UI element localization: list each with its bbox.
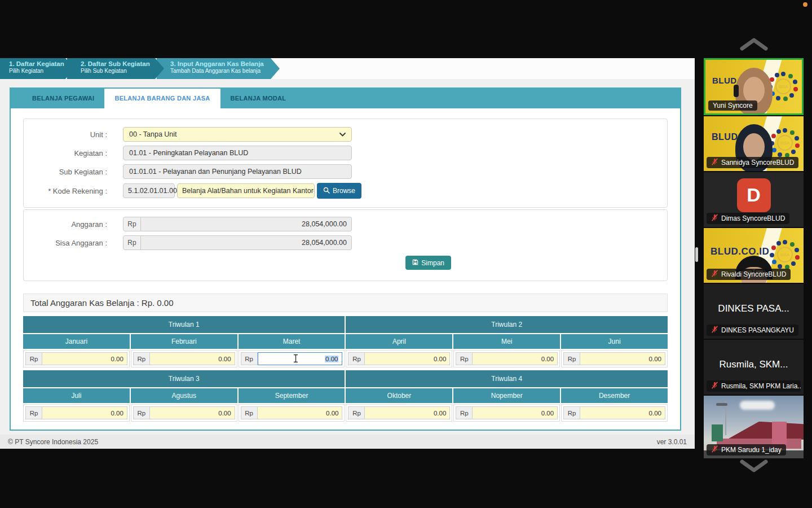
currency-addon: Rp [456, 352, 473, 365]
mic-muted-icon [711, 270, 718, 279]
participant-name-label: Yuni Syncore [708, 100, 757, 111]
currency-addon: Rp [563, 406, 580, 419]
currency-addon: Rp [133, 406, 150, 419]
sub-kegiatan-row: Sub Kegiatan : 01.01.01 - Pelayanan dan … [24, 164, 667, 179]
tab-belanja-pegawai[interactable]: BELANJA PEGAWAI [22, 89, 104, 108]
month-header: Februari [131, 334, 237, 349]
kode-rekening-name-field[interactable]: Belanja Alat/Bahan untuk Kegiatan Kantor… [177, 183, 315, 198]
month-header: September [239, 388, 345, 403]
currency-addon: Rp [456, 406, 473, 419]
scroll-participants-down-button[interactable] [739, 458, 769, 476]
month-input-cell-oktober: Rp 0.00 [346, 404, 452, 422]
month-header: Desember [561, 388, 668, 403]
month-input-cell-maret: Rp 0.00 [239, 350, 345, 367]
form-fields-box: Unit : 00 - Tanpa Unit Kegiatan : 01.01 … [23, 119, 668, 208]
month-input-cell-desember: Rp 0.00 [561, 404, 668, 422]
month-input-cell-agustus: Rp 0.00 [131, 404, 237, 422]
participant-name-label: DINKES PASANGKAYU [707, 325, 798, 336]
month-input-cell-januari: Rp 0.00 [23, 350, 130, 367]
text-cursor-icon [293, 354, 298, 364]
participant-tile-yuni[interactable]: BLUD BISA Yuni Syncore [704, 58, 804, 115]
month-amount-input-desember[interactable]: 0.00 [580, 406, 665, 419]
scrollbar-thumb[interactable] [695, 247, 698, 262]
participant-name: PKM Sarudu 1_iday [721, 446, 782, 454]
month-amount-input-mei[interactable]: 0.00 [473, 352, 558, 365]
svg-text:BISA: BISA [780, 141, 789, 145]
browse-button[interactable]: Browse [317, 183, 361, 199]
tab-belanja-barang-dan-jasa[interactable]: BELANJA BARANG DAN JASA [104, 89, 220, 108]
kegiatan-value-field: 01.01 - Peningkatan Pelayanan BLUD [123, 146, 352, 160]
month-amount-input-nopember[interactable]: 0.00 [473, 406, 558, 419]
participant-tile-pkm-sarudu[interactable]: PKM Sarudu 1_iday [704, 396, 804, 458]
kas-table-semester-2: Triwulan 3 Triwulan 4 Juli Agustus Septe… [23, 370, 668, 422]
month-input-cell-juli: Rp 0.00 [23, 404, 130, 422]
amount-box: Anggaran : Rp 28,054,000.00 Sisa Anggara… [23, 209, 668, 281]
month-header: Nopember [453, 388, 560, 403]
scroll-participants-up-button[interactable] [739, 36, 769, 54]
month-amount-input-juli[interactable]: 0.00 [42, 406, 127, 419]
copyright-text: © PT Syncore Indonesia 2025 [8, 438, 98, 446]
participant-tile-sannidya[interactable]: BLUD.C BISA Sannidya SyncoreBLUD [704, 116, 804, 171]
month-header: Agustus [131, 388, 237, 403]
kode-rekening-label: * Kode Rekening : [24, 187, 107, 195]
tab-bar: BELANJA PEGAWAI BELANJA BARANG DAN JASA … [11, 89, 680, 108]
step-title: 3. Input Anggaran Kas Belanja [170, 60, 268, 67]
bisa-logo: BISA [770, 239, 800, 270]
participant-name: Dimas SyncoreBLUD [721, 214, 785, 222]
anggaran-label: Anggaran : [24, 220, 107, 229]
unit-select[interactable]: 00 - Tanpa Unit [123, 127, 352, 142]
month-amount-input-oktober[interactable]: 0.00 [365, 406, 450, 419]
month-amount-input-juni[interactable]: 0.00 [580, 352, 665, 365]
search-icon [323, 187, 330, 195]
total-anggaran-heading: Total Anggaran Kas Belanja : Rp. 0.00 [23, 294, 668, 312]
month-header: Oktober [346, 388, 452, 403]
participant-name-label: Dimas SyncoreBLUD [707, 213, 789, 224]
mic-muted-icon [711, 326, 718, 335]
sub-kegiatan-value-field: 01.01.01 - Pelayanan dan Penunjang Pelay… [123, 164, 352, 179]
currency-addon: Rp [133, 352, 150, 365]
breadcrumb-step-daftar-sub-kegiatan[interactable]: 2. Daftar Sub Kegiatan Pilih Sub Kegiata… [67, 58, 164, 79]
meeting-window: 1. Daftar Kegiatan Pilih Kegiatan 2. Daf… [0, 0, 812, 508]
sisa-anggaran-label: Sisa Anggaran : [24, 239, 107, 247]
currency-addon: Rp [241, 406, 258, 419]
breadcrumb-step-input-anggaran[interactable]: 3. Input Anggaran Kas Belanja Tambah Dat… [157, 58, 280, 79]
month-input-cell-nopember: Rp 0.00 [453, 404, 560, 422]
building-roof [727, 422, 804, 440]
chevron-down-icon [339, 130, 346, 138]
currency-addon: Rp [25, 352, 42, 365]
participant-name: Rusmila, SKM PKM Laria... [721, 382, 801, 390]
quarter-header: Triwulan 1 [23, 316, 345, 333]
breadcrumb-step-daftar-kegiatan[interactable]: 1. Daftar Kegiatan Pilih Kegiatan [0, 58, 74, 79]
anggaran-value-field: 28,054,000.00 [141, 217, 352, 231]
month-header: April [346, 334, 452, 349]
participant-tile-rusmila[interactable]: Rusmila, SKM... Rusmila, SKM PKM Laria..… [704, 340, 804, 395]
headphones [734, 85, 739, 97]
participant-face [743, 133, 765, 160]
participant-strip: BLUD BISA Yuni Syncore BLUD.C [704, 0, 804, 508]
participant-tile-dimas[interactable]: D Dimas SyncoreBLUD [704, 172, 804, 227]
participant-tile-rivaldi[interactable]: BLUD.CO.ID BISA Rivaldi SyncoreBLUD [704, 228, 804, 283]
month-amount-input-februari[interactable]: 0.00 [150, 352, 235, 365]
mic-muted-icon [711, 382, 718, 391]
quarter-header: Triwulan 3 [23, 370, 345, 387]
browse-label: Browse [333, 187, 355, 195]
panel-body: Unit : 00 - Tanpa Unit Kegiatan : 01.01 … [11, 108, 680, 422]
month-amount-input-januari[interactable]: 0.00 [42, 352, 127, 365]
participant-tile-dinkes[interactable]: DINKES PASA... DINKES PASANGKAYU [704, 284, 804, 339]
month-header: Juni [561, 334, 668, 349]
month-amount-input-april[interactable]: 0.00 [365, 352, 450, 365]
currency-addon: Rp [123, 217, 141, 231]
simpan-button[interactable]: Simpan [405, 256, 451, 270]
month-amount-input-september[interactable]: 0.00 [258, 406, 343, 419]
month-amount-input-maret-focused[interactable]: 0.00 [258, 352, 343, 365]
currency-addon: Rp [348, 406, 365, 419]
bisa-logo: BISA [768, 71, 798, 102]
month-amount-input-agustus[interactable]: 0.00 [150, 406, 235, 419]
participant-name: Yuni Syncore [713, 102, 753, 110]
flag-pole [725, 401, 726, 435]
currency-addon: Rp [348, 352, 365, 365]
participant-name-label: PKM Sarudu 1_iday [707, 444, 786, 456]
tab-belanja-modal[interactable]: BELANJA MODAL [220, 89, 297, 108]
sub-kegiatan-label: Sub Kegiatan : [24, 168, 107, 176]
kode-rekening-row: * Kode Rekening : 5.1.02.01.01.0024 Bela… [24, 183, 667, 199]
